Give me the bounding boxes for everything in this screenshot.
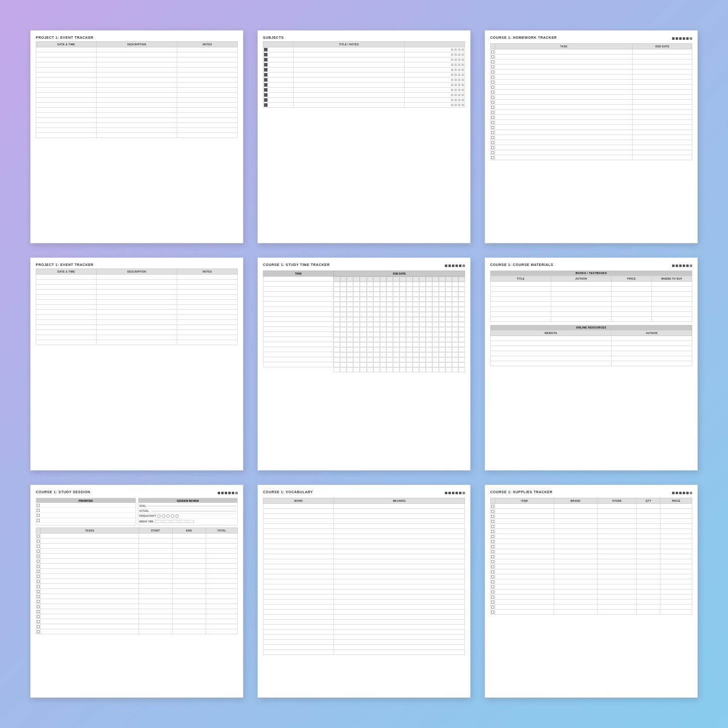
checkbox-box[interactable] <box>491 146 494 149</box>
checkbox-box[interactable] <box>491 585 494 588</box>
study-grid-cell <box>458 312 465 317</box>
table-cell <box>554 519 597 524</box>
priority-checkbox[interactable] <box>37 519 40 522</box>
table-row <box>36 594 238 599</box>
checkbox-box[interactable] <box>491 580 494 583</box>
checkbox-box[interactable] <box>37 545 40 548</box>
subject-checkbox[interactable] <box>264 48 268 51</box>
table-cell <box>597 529 636 534</box>
checkbox-box[interactable] <box>491 560 494 563</box>
checkbox-box[interactable] <box>491 116 494 119</box>
checkbox-box[interactable] <box>491 126 494 129</box>
checkbox-box[interactable] <box>491 601 494 604</box>
subject-icon-dot <box>454 104 457 106</box>
checkbox-box[interactable] <box>491 151 494 154</box>
subject-checkbox[interactable] <box>264 53 268 56</box>
checkbox-box[interactable] <box>491 50 494 53</box>
subject-checkbox[interactable] <box>264 93 268 97</box>
subject-checkbox[interactable] <box>264 98 268 102</box>
checkbox-box[interactable] <box>491 505 494 508</box>
checkbox-box[interactable] <box>491 136 494 139</box>
checkbox-box[interactable] <box>491 570 494 573</box>
checkbox-box[interactable] <box>491 65 494 69</box>
checkbox-box[interactable] <box>37 560 40 563</box>
subject-checkbox[interactable] <box>264 83 268 87</box>
checkbox-box[interactable] <box>491 611 494 614</box>
study-grid-cell <box>445 352 452 357</box>
checkbox-box[interactable] <box>37 575 40 578</box>
checkbox-box[interactable] <box>37 535 40 538</box>
checkbox-box[interactable] <box>491 106 494 109</box>
checkbox-box[interactable] <box>491 121 494 124</box>
checkbox-box[interactable] <box>37 590 40 593</box>
checkbox-box[interactable] <box>37 610 40 613</box>
checkbox-box[interactable] <box>491 515 494 518</box>
checkbox-box[interactable] <box>491 86 494 89</box>
checkbox-box[interactable] <box>37 555 40 558</box>
checkbox-box[interactable] <box>37 585 40 588</box>
subject-checkbox[interactable] <box>264 68 268 72</box>
subject-checkbox[interactable] <box>264 73 268 77</box>
checkbox-box[interactable] <box>491 530 494 533</box>
study-grid-cell <box>380 347 386 352</box>
table-row <box>491 610 692 615</box>
subject-checkbox[interactable] <box>264 78 268 82</box>
checkbox-box[interactable] <box>491 71 494 74</box>
checkbox-box[interactable] <box>491 96 494 99</box>
checkbox-box[interactable] <box>37 580 40 583</box>
checkbox-box[interactable] <box>491 535 494 538</box>
checkbox-box[interactable] <box>491 101 494 104</box>
mat-icon-6 <box>690 264 692 267</box>
checkbox-box[interactable] <box>37 550 40 553</box>
priority-checkbox[interactable] <box>37 504 40 507</box>
checkbox-box[interactable] <box>491 91 494 94</box>
checkbox-box[interactable] <box>37 605 40 608</box>
checkbox-box[interactable] <box>491 81 494 84</box>
checkbox-box[interactable] <box>491 550 494 553</box>
checkbox-box[interactable] <box>491 111 494 114</box>
checkbox-box[interactable] <box>491 525 494 528</box>
checkbox-box[interactable] <box>491 606 494 609</box>
checkbox-box[interactable] <box>491 565 494 568</box>
checkbox-box[interactable] <box>37 615 40 618</box>
subject-checkbox[interactable] <box>264 103 268 107</box>
table-cell <box>652 302 692 307</box>
checkbox-box[interactable] <box>491 76 494 79</box>
checkbox-box[interactable] <box>37 630 40 633</box>
checkbox-box[interactable] <box>37 600 40 603</box>
table-row <box>491 361 692 366</box>
checkbox-box[interactable] <box>491 575 494 578</box>
subject-checkbox[interactable] <box>264 58 268 61</box>
table-cell <box>139 564 172 569</box>
table-cell <box>495 514 554 519</box>
checkbox-box[interactable] <box>491 520 494 523</box>
checkbox-box[interactable] <box>491 156 494 159</box>
priority-checkbox[interactable] <box>37 514 40 517</box>
checkbox-box[interactable] <box>491 595 494 599</box>
checkbox-box[interactable] <box>491 141 494 144</box>
checkbox-box[interactable] <box>491 540 494 543</box>
table-cell <box>97 280 177 285</box>
checkbox-box[interactable] <box>491 545 494 548</box>
study-grid-col <box>432 277 439 372</box>
checkbox-box[interactable] <box>491 555 494 558</box>
subject-checkbox[interactable] <box>264 88 268 92</box>
study-grid-cell <box>393 297 400 302</box>
checkbox-box[interactable] <box>491 510 494 513</box>
checkbox-box[interactable] <box>37 595 40 598</box>
table-cell <box>495 115 633 120</box>
checkbox-box[interactable] <box>491 590 494 593</box>
checkbox-box[interactable] <box>37 625 40 628</box>
priority-checkbox[interactable] <box>37 509 40 512</box>
checkbox-box[interactable] <box>37 540 40 543</box>
checkbox-box[interactable] <box>37 570 40 573</box>
checkbox-box[interactable] <box>37 620 40 623</box>
checkbox-box[interactable] <box>491 131 494 134</box>
subject-checkbox[interactable] <box>264 63 268 67</box>
checkbox-box[interactable] <box>491 60 494 63</box>
checkbox-box[interactable] <box>37 565 40 568</box>
study-grid-cell <box>452 322 458 327</box>
table-cell <box>554 514 597 519</box>
table-cell <box>41 609 139 614</box>
checkbox-box[interactable] <box>491 55 494 58</box>
